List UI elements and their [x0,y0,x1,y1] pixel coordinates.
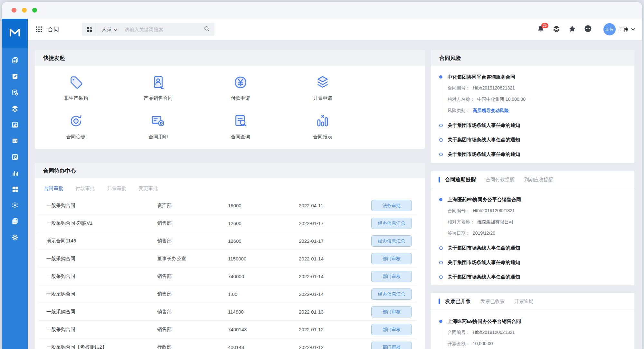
sidebar-item-query[interactable] [2,149,28,165]
contract-risk-card: 合同风险 中化集团协同平台咨询服务合同 合同编号：Htbh20191206213… [431,50,634,163]
gear-icon [11,234,19,241]
user-name: 王伟 [619,26,628,33]
table-row[interactable]: 一般采购合同 资产部 16000 2022-04-11 法务审批 [38,197,417,214]
table-row[interactable]: 一般采购合同【考核测试2】 行政部 400148 2022-01-12 部门审核 [38,338,417,349]
timeline-dot-icon [439,246,443,250]
contract-name: 一般采购合同 [38,309,157,315]
status-button[interactable]: 部门审核 [371,271,412,282]
table-row[interactable]: 一般采购合同 销售部 7400148 2022-01-12 部门审核 [38,320,417,338]
quick-item-contract-query[interactable]: 合同查询 [199,108,282,146]
sidebar-item-archive[interactable] [2,213,28,229]
status-button[interactable]: 部门审核 [371,342,412,349]
edit-doc-icon [11,73,19,80]
sidebar-item-sign[interactable] [2,117,28,133]
table-row[interactable]: 一般采购合同 销售部 114800 2022-01-13 部门审核 [38,303,417,320]
window-minimize-button[interactable] [22,8,27,13]
search-input[interactable] [124,26,204,33]
tab-change-approval[interactable]: 变更审批 [138,185,158,192]
search-category-dropdown[interactable]: 人员 [102,26,118,33]
field-label: 开票金额： [448,341,470,346]
contract-risk-title: 合同风险 [431,50,634,66]
status-button[interactable]: 法务审批 [371,200,412,211]
sidebar-item-pending-docs[interactable] [2,84,28,100]
notice-item[interactable]: 关于集团市场条线人事任命的通知 [439,137,627,143]
more-button[interactable] [584,25,592,33]
quick-item-payment-request[interactable]: 付款申请 [199,69,282,108]
tab-invoice-approval[interactable]: 开票审批 [107,185,126,192]
notifications-button[interactable]: 25 [536,25,545,33]
table-row[interactable]: 演示合同1145 销售部 12600 2022-01-17 经办信息汇总 [38,232,417,250]
status-button[interactable]: 部门审核 [371,324,412,335]
screen: 合同 人员 25 [0,0,644,349]
stack-button[interactable] [552,25,561,33]
tab-invoice-overdue[interactable]: 开票逾期 [514,298,534,305]
tab-contract-overdue[interactable]: 合同逾期提醒 [445,176,476,183]
notice-item[interactable]: 关于集团市场条线人事任命的通知 [439,245,627,251]
sidebar-item-stack[interactable] [2,100,28,117]
overdue-tabs: 合同逾期提醒 合同付款提醒 到期应收提醒 [431,171,634,188]
date: 2022-01-12 [299,344,366,349]
sidebar-item-dashboard[interactable] [2,181,28,197]
table-row[interactable]: 一般采购合同 销售部 740000 2022-01-14 部门审核 [38,267,417,285]
doc-search-icon [11,153,19,161]
quick-item-invoice-request[interactable]: 开票申请 [282,69,364,108]
tab-payment-reminder[interactable]: 合同付款提醒 [486,177,515,183]
window-close-button[interactable] [12,8,16,13]
notification-badge: 25 [541,23,548,28]
status-button[interactable]: 经办信息汇总 [371,288,412,300]
amount: 740000 [228,274,299,279]
tab-invoice-issued[interactable]: 发票已开票 [445,298,471,305]
amount: 12600 [228,221,299,226]
notice-item[interactable]: 关于集团市场条线人事任命的通知 [439,274,627,280]
doc-clock-icon [11,89,19,96]
search-icon[interactable] [204,26,210,33]
app-logo[interactable] [2,19,28,48]
tab-payment-approval[interactable]: 付款审批 [75,185,95,192]
table-row[interactable]: 一般采购合同 销售部 1.00 2022-01-14 经办信息汇总 [38,285,417,303]
notice-title: 关于集团市场条线人事任命的通知 [448,151,627,157]
overdue-reminder-card: 合同逾期提醒 合同付款提醒 到期应收提醒 上海医药E9协同办公平台销售合同 合同… [431,171,634,285]
quick-item-label: 合同报表 [313,134,332,140]
contract-title-link[interactable]: 上海医药E9协同办公平台销售合同 [448,197,627,203]
quick-item-nonprod-purchase[interactable]: 非生产采购 [35,69,117,108]
risk-type-link[interactable]: 高层领导变动风险 [473,108,509,113]
notice-item[interactable]: 关于集团市场条线人事任命的通知 [439,122,627,128]
app-grid-icon[interactable] [35,26,43,33]
sidebar-item-documents[interactable] [2,52,28,68]
user-menu[interactable]: 王伟 王伟 [603,23,635,35]
contract-title-link[interactable]: 中化集团协同平台咨询服务合同 [448,74,627,80]
status-button[interactable]: 经办信息汇总 [371,235,412,247]
notice-item[interactable]: 关于集团市场条线人事任命的通知 [439,259,627,265]
date: 2022-01-17 [299,221,366,226]
amount: 12600 [228,238,299,244]
notice-item[interactable]: 关于集团市场条线人事任命的通知 [439,151,627,157]
sidebar-item-news[interactable] [2,133,28,149]
window-zoom-button[interactable] [32,8,37,13]
contract-title-link[interactable]: 上海医药E9协同办公平台销售合同 [448,318,627,324]
sidebar-item-integrations[interactable] [2,197,28,213]
todo-tabs: 合同审批 付款审批 开票审批 变更审批 [35,178,425,197]
status-button[interactable]: 经办信息汇总 [371,218,412,229]
favorites-button[interactable] [568,25,576,33]
table-row[interactable]: 一般采购合同 董事长办公室 1150000 2022-01-14 部门审核 [38,250,417,267]
table-row[interactable]: 一般采购合同-刘波V1 销售部 12600 2022-01-17 经办信息汇总 [38,214,417,232]
department: 资产部 [157,203,228,209]
star-icon [568,25,576,34]
field-value: 维森集团有限公司 [477,219,513,224]
sidebar-item-statistics[interactable] [2,165,28,181]
risk-main-item: 中化集团协同平台咨询服务合同 合同编号：Htbh2019120621321 相对… [439,74,627,114]
tab-invoice-received[interactable]: 发票已收票 [480,298,505,305]
status-button[interactable]: 部门审核 [371,306,412,317]
quick-item-contract-report[interactable]: 合同报表 [282,108,364,146]
quick-item-sales-contract[interactable]: 产品销售合同 [117,69,200,108]
sidebar-item-draft[interactable] [2,68,28,84]
tab-receivable-reminder[interactable]: 到期应收提醒 [524,177,553,183]
quick-item-contract-change[interactable]: 合同变更 [35,108,117,146]
chevron-down-icon [631,26,635,32]
sidebar-item-settings[interactable] [2,229,28,245]
modules-icon[interactable] [82,23,97,36]
status-button[interactable]: 部门审核 [371,253,412,264]
tab-contract-approval[interactable]: 合同审批 [44,185,63,192]
field-label: 相对方名称： [448,219,475,224]
quick-item-contract-seal[interactable]: 合同用印 [117,108,200,146]
